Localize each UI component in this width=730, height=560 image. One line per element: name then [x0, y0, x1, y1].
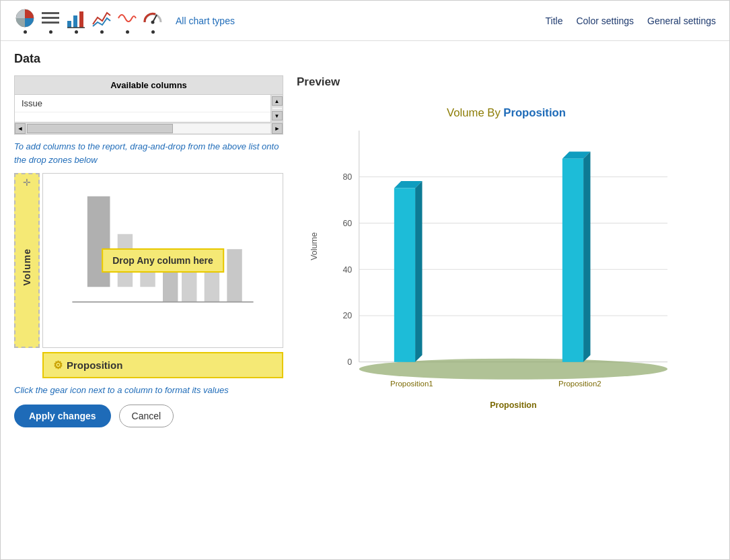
pie-icon: [14, 7, 36, 29]
line-dot: [100, 30, 104, 34]
svg-text:Proposition2: Proposition2: [558, 380, 601, 388]
column-item-issue[interactable]: Issue: [15, 95, 270, 112]
svg-rect-10: [87, 197, 110, 287]
gear-icon: ⚙: [53, 359, 63, 372]
svg-rect-6: [79, 11, 83, 28]
dial-chart-icon-wrap[interactable]: [142, 7, 163, 34]
svg-text:40: 40: [342, 265, 352, 275]
columns-list-area: Issue ▲ ▼: [15, 95, 283, 122]
volume-area: ✛ Volume: [14, 173, 283, 348]
svg-text:0: 0: [347, 357, 352, 367]
drag-hint: To add columns to the report, drag-and-d…: [14, 140, 283, 166]
svg-point-9: [151, 21, 155, 24]
volume-label: Volume: [22, 248, 32, 286]
scroll-down-btn[interactable]: ▼: [272, 111, 283, 120]
svg-rect-5: [73, 15, 77, 28]
gear-hint: Click the gear icon next to a column to …: [14, 385, 283, 395]
proposition-label: Proposition: [67, 359, 122, 371]
svg-marker-35: [583, 151, 590, 362]
horiz-scroll-track: [27, 124, 270, 133]
left-panel: Available columns Issue ▲ ▼ ◄: [14, 75, 283, 432]
pie-dot: [24, 30, 27, 34]
chart-drop-area[interactable]: Drop Any column here: [42, 173, 283, 348]
svg-rect-36: [562, 159, 583, 362]
bar-icon: [65, 7, 87, 29]
svg-text:Proposition: Proposition: [490, 400, 536, 410]
list-chart-icon-wrap[interactable]: [40, 7, 61, 34]
line-icon: [91, 7, 112, 29]
preview-chart-svg: Volume By Proposition 0 20 40 60: [297, 96, 716, 432]
columns-scrollbar: ▲ ▼: [270, 95, 283, 122]
drop-any-column-box[interactable]: Drop Any column here: [102, 248, 224, 273]
svg-rect-3: [42, 22, 59, 24]
general-settings-link[interactable]: General settings: [647, 15, 716, 26]
svg-rect-13: [163, 272, 178, 302]
horiz-scroll-thumb: [27, 124, 173, 133]
volume-label-box[interactable]: ✛ Volume: [14, 173, 40, 348]
dial-dot: [151, 30, 155, 34]
wave-dot: [126, 30, 129, 34]
title-link[interactable]: Title: [546, 15, 563, 26]
svg-rect-2: [42, 17, 59, 19]
svg-text:20: 20: [342, 311, 352, 320]
dial-icon: [142, 7, 163, 29]
svg-text:60: 60: [342, 219, 352, 228]
bar-dot: [75, 30, 78, 34]
svg-rect-16: [227, 249, 242, 302]
main-content: Data Available columns Issue ▲ ▼ ◄: [1, 41, 729, 443]
wave-chart-icon-wrap[interactable]: [116, 7, 138, 34]
svg-text:Proposition1: Proposition1: [390, 380, 433, 388]
svg-text:80: 80: [342, 172, 352, 182]
line-chart-icon-wrap[interactable]: [91, 7, 112, 34]
horiz-scroll: ◄ ►: [15, 122, 283, 134]
header-nav: Title Color settings General settings: [546, 15, 716, 26]
scroll-up-btn[interactable]: ▲: [272, 96, 283, 106]
svg-rect-1: [42, 12, 59, 14]
proposition-box[interactable]: ⚙ Proposition: [42, 352, 283, 378]
cancel-button[interactable]: Cancel: [119, 405, 174, 427]
chart-type-icons: [14, 7, 163, 34]
svg-rect-4: [67, 21, 71, 28]
list-dot: [49, 30, 52, 34]
svg-rect-33: [394, 188, 415, 362]
pie-chart-icon-wrap[interactable]: [14, 7, 36, 34]
plus-icon: ✛: [23, 177, 31, 188]
columns-list: Issue: [15, 95, 270, 122]
header: All chart types Title Color settings Gen…: [1, 1, 729, 41]
available-columns-header: Available columns: [15, 76, 283, 95]
bar-chart-icon-wrap[interactable]: [65, 7, 87, 34]
available-columns-box: Available columns Issue ▲ ▼ ◄: [14, 75, 283, 135]
content-area: Available columns Issue ▲ ▼ ◄: [14, 75, 716, 432]
svg-text:Volume By Proposition: Volume By Proposition: [447, 106, 566, 119]
scroll-track: [272, 108, 282, 109]
data-section-title: Data: [14, 52, 716, 66]
svg-text:Volume: Volume: [309, 232, 319, 260]
chart-container: Volume By Proposition 0 20 40 60: [297, 96, 716, 432]
horiz-scroll-left[interactable]: ◄: [15, 123, 26, 134]
buttons-row: Apply changes Cancel: [14, 405, 283, 427]
svg-marker-32: [415, 181, 422, 362]
preview-title: Preview: [297, 75, 716, 89]
right-panel: Preview Volume By Proposition 0 20: [297, 75, 716, 432]
all-chart-types-link[interactable]: All chart types: [176, 15, 235, 26]
wave-icon: [116, 7, 138, 29]
list-icon: [40, 7, 61, 29]
apply-changes-button[interactable]: Apply changes: [14, 405, 111, 427]
color-settings-link[interactable]: Color settings: [576, 15, 634, 26]
horiz-scroll-right[interactable]: ►: [272, 123, 283, 134]
